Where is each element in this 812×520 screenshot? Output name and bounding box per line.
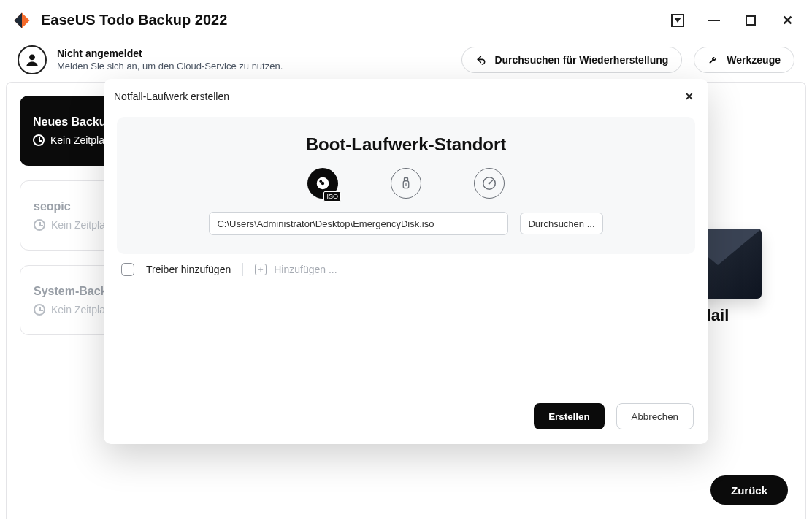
card-schedule: Kein Zeitplan <box>51 304 111 316</box>
add-driver-button[interactable]: ＋ Hinzufügen ... <box>255 264 337 275</box>
browse-restore-button[interactable]: Durchsuchen für Wiederherstellung <box>461 47 682 73</box>
usb-icon <box>399 176 413 191</box>
card-schedule: Kein Zeitplan <box>50 134 110 146</box>
window-maximize-button[interactable] <box>740 10 761 31</box>
boot-location-panel: Boot-Laufwerk-Standort ISO <box>117 117 695 254</box>
modal-header: Notfall-Laufwerk erstellen ✕ <box>104 79 708 111</box>
svg-point-6 <box>319 180 322 183</box>
footer-bar: Zurück <box>7 462 805 519</box>
tools-label: Werkzeuge <box>727 54 781 66</box>
svg-marker-1 <box>14 12 22 28</box>
add-drivers-checkbox[interactable] <box>121 263 134 276</box>
avatar[interactable] <box>18 45 47 74</box>
window-minimize-button[interactable] <box>704 10 724 31</box>
close-icon: ✕ <box>782 14 793 27</box>
emergency-disk-modal: Notfall-Laufwerk erstellen ✕ Boot-Laufwe… <box>104 79 708 444</box>
browse-restore-label: Durchsuchen für Wiederherstellung <box>494 54 668 66</box>
divider <box>242 263 243 276</box>
user-subtitle: Melden Sie sich an, um den Cloud-Service… <box>57 61 283 72</box>
clock-icon <box>34 219 45 231</box>
create-button[interactable]: Erstellen <box>534 403 604 429</box>
disc-icon <box>481 175 497 191</box>
boot-type-options: ISO <box>133 168 679 199</box>
minimize-icon <box>708 20 720 21</box>
svg-rect-8 <box>403 181 409 188</box>
option-iso[interactable]: ISO <box>307 168 338 199</box>
back-label: Zurück <box>731 484 767 497</box>
window-menu-button[interactable] <box>667 10 688 31</box>
path-row: Durchsuchen ... <box>133 212 679 235</box>
option-usb[interactable] <box>391 168 421 199</box>
title-bar: EaseUS Todo Backup 2022 ✕ <box>0 0 812 41</box>
drivers-row: Treiber hinzufügen ＋ Hinzufügen ... <box>117 254 695 276</box>
cancel-button[interactable]: Abbrechen <box>616 403 694 429</box>
iso-badge: ISO <box>323 191 341 202</box>
close-icon: ✕ <box>685 91 694 102</box>
modal-footer: Erstellen Abbrechen <box>104 391 708 444</box>
disc-iso-icon <box>315 175 331 191</box>
app-title: EaseUS Todo Backup 2022 <box>41 12 227 28</box>
create-label: Erstellen <box>548 411 589 422</box>
restore-arrow-icon <box>475 54 487 66</box>
clock-icon <box>34 304 45 316</box>
modal-title: Notfall-Laufwerk erstellen <box>114 91 229 102</box>
clock-icon <box>33 134 45 146</box>
browse-label: Durchsuchen ... <box>528 218 594 229</box>
browse-button[interactable]: Durchsuchen ... <box>520 213 602 234</box>
modal-close-button[interactable]: ✕ <box>681 88 698 105</box>
add-drivers-label: Treiber hinzufügen <box>146 264 231 275</box>
add-label: Hinzufügen ... <box>274 264 337 275</box>
wrench-icon <box>708 54 719 66</box>
maximize-icon <box>746 15 756 26</box>
option-disc[interactable] <box>474 168 505 199</box>
app-logo-icon <box>12 10 32 31</box>
window-controls: ✕ <box>667 10 805 31</box>
svg-point-2 <box>29 54 35 60</box>
window-close-button[interactable]: ✕ <box>777 10 797 31</box>
svg-point-9 <box>405 184 407 186</box>
user-text: Nicht angemeldet Melden Sie sich an, um … <box>57 47 283 72</box>
svg-point-12 <box>489 183 491 185</box>
user-icon <box>24 52 40 68</box>
cancel-label: Abbrechen <box>632 411 678 422</box>
iso-path-input[interactable] <box>209 212 508 235</box>
header-row: Nicht angemeldet Melden Sie sich an, um … <box>0 41 812 82</box>
panel-title: Boot-Laufwerk-Standort <box>133 134 679 155</box>
user-status: Nicht angemeldet <box>57 47 283 61</box>
card-schedule: Kein Zeitplan <box>51 219 111 231</box>
back-button[interactable]: Zurück <box>710 475 788 505</box>
tools-button[interactable]: Werkzeuge <box>694 47 794 73</box>
dropdown-icon <box>671 14 684 27</box>
plus-icon: ＋ <box>255 264 267 275</box>
